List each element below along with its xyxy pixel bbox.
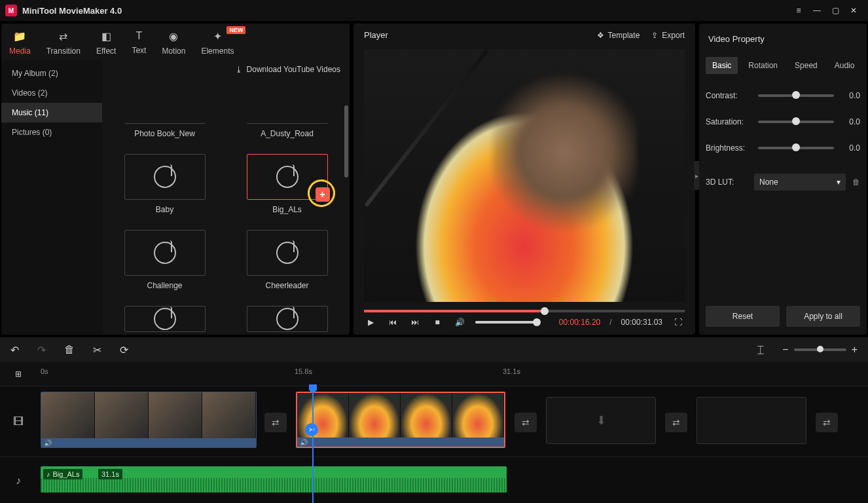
proptab-audio[interactable]: Audio bbox=[828, 57, 861, 74]
empty-clip-slot[interactable] bbox=[696, 397, 806, 444]
close-icon[interactable]: ✕ bbox=[844, 1, 863, 20]
time-separator: / bbox=[609, 318, 611, 327]
tab-transition[interactable]: ⇄Transition bbox=[46, 30, 81, 56]
add-to-timeline-button[interactable]: + bbox=[316, 187, 330, 202]
zoom-in-button[interactable]: + bbox=[852, 344, 858, 356]
maximize-icon[interactable]: ▢ bbox=[826, 1, 844, 20]
media-item[interactable] bbox=[234, 306, 340, 332]
video-track-row: 🎞 🔊 ⇄ 🔊 ✂ ⇄ ⬇ ⇄ ⇄ bbox=[0, 386, 868, 456]
transition-slot-3[interactable]: ⇄ bbox=[665, 413, 687, 432]
saturation-row: Saturation: 0.0 bbox=[706, 117, 860, 126]
brightness-label: Brightness: bbox=[706, 143, 753, 153]
player-panel: Player ❖Template ⇪Export ▶ ⏮ ⏭ ■ 🔊 00:00… bbox=[353, 24, 695, 335]
player-viewport[interactable] bbox=[364, 49, 685, 302]
lut-select[interactable]: None▾ bbox=[754, 174, 846, 191]
media-item[interactable]: A_Dusty_Road bbox=[234, 81, 340, 138]
media-item[interactable] bbox=[111, 306, 218, 332]
prev-frame-button[interactable]: ⏮ bbox=[386, 318, 399, 327]
minimize-icon[interactable]: — bbox=[808, 1, 826, 20]
media-grid: ⭳Download YouTube Videos Photo Book_New … bbox=[102, 60, 350, 335]
tab-motion[interactable]: ◉Motion bbox=[162, 30, 185, 56]
undo-button[interactable]: ↶ bbox=[10, 344, 19, 356]
tab-label: Effect bbox=[96, 47, 116, 56]
media-label: Photo Book_New bbox=[134, 129, 195, 138]
app-logo: M bbox=[5, 5, 17, 16]
proptab-rotation[interactable]: Rotation bbox=[742, 57, 784, 74]
sidebar-item-myalbum[interactable]: My Album (2) bbox=[1, 64, 102, 83]
apply-all-button[interactable]: Apply to all bbox=[786, 306, 860, 327]
chevron-down-icon: ▾ bbox=[837, 177, 841, 187]
video-clip-2[interactable]: 🔊 ✂ bbox=[296, 392, 505, 448]
empty-clip-slot[interactable]: ⬇ bbox=[546, 397, 656, 444]
download-youtube-link[interactable]: ⭳Download YouTube Videos bbox=[111, 62, 340, 81]
tab-effect[interactable]: ◧Effect bbox=[96, 30, 116, 56]
next-frame-button[interactable]: ⏭ bbox=[408, 318, 422, 327]
delete-button[interactable]: 🗑 bbox=[64, 344, 75, 356]
proptab-speed[interactable]: Speed bbox=[788, 57, 824, 74]
transition-slot-1[interactable]: ⇄ bbox=[264, 413, 287, 432]
audio-clip-name: Big_ALs bbox=[53, 470, 80, 478]
audio-clip[interactable]: ♪Big_ALs 31.1s bbox=[41, 466, 507, 493]
timeline-ruler[interactable]: ⊞ 0s 15.8s 31.1s bbox=[0, 362, 868, 386]
volume-icon[interactable]: 🔊 bbox=[453, 318, 466, 327]
brightness-slider[interactable] bbox=[758, 147, 834, 149]
sidebar-item-music[interactable]: Music (11) bbox=[1, 103, 102, 122]
collapse-handle[interactable]: ▸ bbox=[694, 161, 699, 190]
volume-slider[interactable] bbox=[475, 321, 538, 324]
tab-label: Text bbox=[132, 46, 146, 55]
split-button[interactable]: ✂ bbox=[93, 344, 101, 356]
audio-lane[interactable]: ♪Big_ALs 31.1s bbox=[37, 457, 868, 503]
fullscreen-button[interactable]: ⛶ bbox=[672, 318, 685, 327]
scrollbar[interactable] bbox=[344, 79, 348, 331]
speed-button[interactable]: ⟳ bbox=[120, 344, 128, 356]
play-button[interactable]: ▶ bbox=[364, 318, 377, 327]
redo-button[interactable]: ↷ bbox=[37, 344, 46, 356]
audio-clip-duration: 31.1s bbox=[98, 469, 122, 479]
transition-slot-4[interactable]: ⇄ bbox=[816, 413, 838, 432]
tab-media[interactable]: 📁Media bbox=[9, 30, 31, 56]
contrast-row: Contrast: 0.0 bbox=[706, 91, 860, 100]
reset-button[interactable]: Reset bbox=[706, 306, 780, 327]
download-label: Download YouTube Videos bbox=[247, 65, 340, 74]
saturation-slider[interactable] bbox=[758, 121, 834, 123]
zoom-control: − + bbox=[782, 344, 858, 356]
main-tabs: 📁Media ⇄Transition ◧Effect TText ◉Motion… bbox=[1, 24, 350, 60]
text-icon: T bbox=[136, 30, 143, 42]
media-item-selected[interactable]: + Big_ALs bbox=[234, 154, 340, 214]
media-item[interactable]: Photo Book_New bbox=[111, 81, 218, 138]
add-track-icon[interactable]: ⊞ bbox=[0, 362, 37, 386]
zoom-slider[interactable] bbox=[794, 348, 846, 351]
music-note-icon bbox=[154, 308, 176, 330]
timeline: 🎞 🔊 ⇄ 🔊 ✂ ⇄ ⬇ ⇄ ⇄ ♪ ♪Big_ALs 31. bbox=[0, 386, 868, 503]
media-label: Big_ALs bbox=[272, 205, 302, 214]
sidebar-item-pictures[interactable]: Pictures (0) bbox=[1, 122, 102, 142]
media-item[interactable]: Cheerleader bbox=[234, 230, 340, 290]
tab-elements[interactable]: ✦ElementsNEW bbox=[201, 30, 234, 56]
transition-slot-2[interactable]: ⇄ bbox=[515, 413, 537, 432]
player-progress[interactable] bbox=[364, 310, 685, 312]
folder-icon: 📁 bbox=[13, 30, 26, 43]
titlebar: M MiniTool MovieMaker 4.0 ≡ — ▢ ✕ bbox=[0, 0, 868, 21]
media-label: Challenge bbox=[147, 281, 182, 290]
contrast-slider[interactable] bbox=[758, 94, 834, 97]
timeline-toolbar: ↶ ↷ 🗑 ✂ ⟳ ⌶ − + bbox=[0, 337, 868, 362]
stop-button[interactable]: ■ bbox=[431, 318, 444, 327]
fit-button[interactable]: ⌶ bbox=[757, 344, 764, 356]
zoom-out-button[interactable]: − bbox=[782, 344, 788, 356]
export-icon: ⇪ bbox=[651, 31, 658, 40]
proptab-basic[interactable]: Basic bbox=[706, 57, 738, 74]
video-lane[interactable]: 🔊 ⇄ 🔊 ✂ ⇄ ⬇ ⇄ ⇄ bbox=[37, 386, 868, 456]
lut-delete-icon[interactable]: 🗑 bbox=[852, 177, 860, 187]
ruler-mark: 15.8s bbox=[295, 367, 312, 375]
export-button[interactable]: ⇪Export bbox=[651, 31, 685, 40]
media-item[interactable]: Challenge bbox=[111, 230, 218, 290]
property-panel: ▸ Video Property Basic Rotation Speed Au… bbox=[699, 24, 867, 335]
sidebar-item-videos[interactable]: Videos (2) bbox=[1, 83, 102, 103]
media-item[interactable]: Baby bbox=[111, 154, 218, 214]
split-marker-icon: ✂ bbox=[305, 423, 318, 436]
template-button[interactable]: ❖Template bbox=[597, 31, 640, 40]
video-clip-1[interactable]: 🔊 bbox=[41, 392, 257, 448]
brightness-value: 0.0 bbox=[839, 143, 860, 153]
menu-icon[interactable]: ≡ bbox=[789, 1, 808, 20]
tab-text[interactable]: TText bbox=[132, 30, 146, 56]
